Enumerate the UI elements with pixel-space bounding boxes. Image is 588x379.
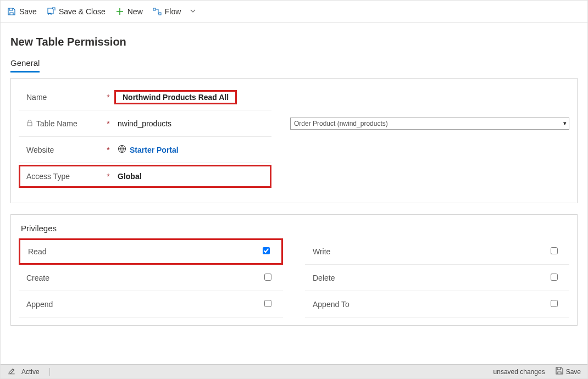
plus-icon <box>115 7 124 16</box>
status-bar: Active unsaved changes Save <box>1 364 587 378</box>
flow-icon <box>153 7 162 16</box>
append-label: Append <box>26 300 264 309</box>
access-label: Access Type <box>19 172 106 181</box>
required-marker: * <box>106 146 111 154</box>
create-label: Create <box>26 274 264 282</box>
privilege-write: Write <box>305 238 569 265</box>
footer-save-button[interactable]: Save <box>555 366 581 377</box>
footer-save-label: Save <box>566 368 581 376</box>
globe-icon <box>118 144 126 155</box>
svg-rect-1 <box>159 13 161 15</box>
append-to-checkbox[interactable] <box>551 300 558 307</box>
command-bar: Save Save & Close New Flow <box>1 1 587 23</box>
table-label: Table Name <box>19 119 106 128</box>
save-close-label: Save & Close <box>59 7 106 16</box>
svg-rect-0 <box>153 8 156 10</box>
flow-label: Flow <box>165 7 181 16</box>
field-row-access-type: Access Type * Global <box>19 163 569 190</box>
field-row-table: Table Name * nwind_products Order Produc… <box>19 110 569 137</box>
table-label-text: Table Name <box>36 119 77 128</box>
dropdown-selected: Order Product (nwind_products) <box>294 120 388 127</box>
required-marker: * <box>106 172 111 181</box>
privilege-create: Create <box>19 265 283 291</box>
required-marker: * <box>106 119 111 128</box>
create-checkbox[interactable] <box>264 274 271 281</box>
save-icon <box>555 366 564 377</box>
new-button[interactable]: New <box>115 7 143 16</box>
edit-icon[interactable] <box>7 366 16 377</box>
write-label: Write <box>313 247 551 256</box>
divider <box>49 368 50 376</box>
access-value[interactable]: Global <box>114 170 145 183</box>
app-window: Save Save & Close New Flow New Table Per <box>0 0 588 379</box>
name-value[interactable]: Northwind Products Read All <box>119 91 232 104</box>
page-title: New Table Permission <box>10 36 578 48</box>
form-scroll-area[interactable]: New Table Permission General Name * Nort… <box>1 23 587 364</box>
write-checkbox[interactable] <box>551 247 558 254</box>
tab-strip: General <box>10 56 578 73</box>
flow-button[interactable]: Flow <box>153 7 197 16</box>
table-value[interactable]: nwind_products <box>114 117 175 130</box>
privilege-append: Append <box>19 291 283 317</box>
save-button[interactable]: Save <box>7 7 37 16</box>
required-marker: * <box>106 93 111 102</box>
delete-label: Delete <box>313 274 551 282</box>
append-checkbox[interactable] <box>264 300 271 307</box>
read-checkbox[interactable] <box>263 247 270 254</box>
privileges-title: Privileges <box>21 224 569 233</box>
read-label: Read <box>28 247 263 256</box>
save-label: Save <box>19 7 37 16</box>
unsaved-changes-text: unsaved changes <box>493 368 545 376</box>
status-text: Active <box>21 368 40 376</box>
website-link-text: Starter Portal <box>130 146 179 154</box>
delete-checkbox[interactable] <box>551 274 558 281</box>
chevron-down-icon <box>190 7 196 16</box>
privileges-section: Privileges Read Write Create Delete <box>10 214 578 326</box>
privilege-delete: Delete <box>305 265 569 291</box>
table-dropdown[interactable]: Order Product (nwind_products) <box>290 118 569 130</box>
field-row-website: Website * Starter Portal <box>19 137 569 163</box>
new-label: New <box>127 7 143 16</box>
highlight-name: Northwind Products Read All <box>114 90 237 104</box>
save-close-button[interactable]: Save & Close <box>47 7 106 16</box>
append-to-label: Append To <box>313 300 551 309</box>
save-close-icon <box>47 7 56 16</box>
privilege-append-to: Append To <box>305 291 569 317</box>
privilege-read: Read <box>19 238 283 265</box>
lock-icon <box>26 119 33 128</box>
tab-general[interactable]: General <box>10 56 40 73</box>
website-value[interactable]: Starter Portal <box>114 142 182 157</box>
name-label: Name <box>19 93 106 102</box>
general-section: Name * Northwind Products Read All <box>10 78 578 203</box>
website-label: Website <box>19 146 106 154</box>
save-icon <box>7 7 16 16</box>
field-row-name: Name * Northwind Products Read All <box>19 84 569 110</box>
